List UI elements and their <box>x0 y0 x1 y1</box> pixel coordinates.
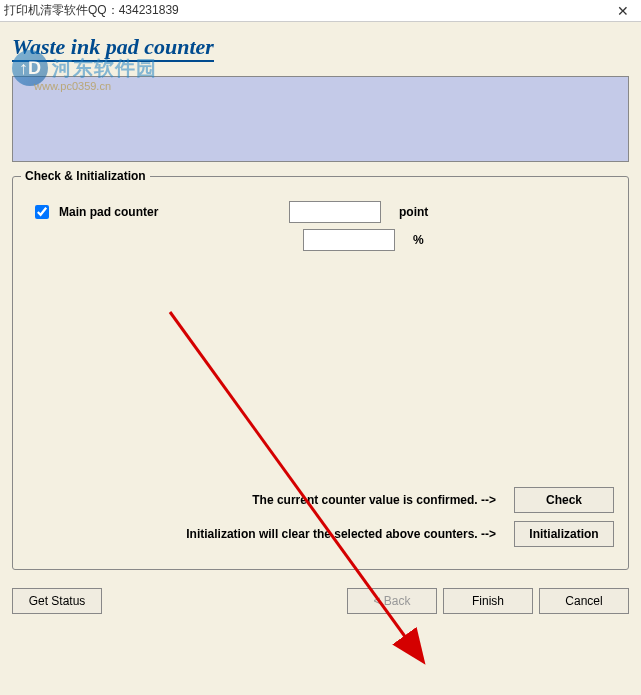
point-input[interactable] <box>289 201 381 223</box>
back-button[interactable]: < Back <box>347 588 437 614</box>
button-bar: Get Status < Back Finish Cancel <box>12 588 629 614</box>
initialization-button[interactable]: Initialization <box>514 521 614 547</box>
main-pad-row: Main pad counter point <box>27 201 614 223</box>
finish-button[interactable]: Finish <box>443 588 533 614</box>
bottom-info: The current counter value is confirmed. … <box>27 487 614 555</box>
group-legend: Check & Initialization <box>21 169 150 183</box>
content-area: ↑D 河东软件园 www.pc0359.cn Waste ink pad cou… <box>0 22 641 695</box>
log-textarea[interactable] <box>12 76 629 162</box>
cancel-button[interactable]: Cancel <box>539 588 629 614</box>
point-unit: point <box>399 205 428 219</box>
check-button[interactable]: Check <box>514 487 614 513</box>
init-info-text: Initialization will clear the selected a… <box>186 527 496 541</box>
percent-unit: % <box>413 233 424 247</box>
get-status-button[interactable]: Get Status <box>12 588 102 614</box>
main-pad-checkbox[interactable] <box>35 205 49 219</box>
close-icon[interactable]: ✕ <box>609 3 637 19</box>
check-init-group: Check & Initialization Main pad counter … <box>12 176 629 570</box>
init-row: Initialization will clear the selected a… <box>27 521 614 547</box>
percent-row: % <box>303 229 614 251</box>
window-title: 打印机清零软件QQ：434231839 <box>4 2 609 19</box>
check-row: The current counter value is confirmed. … <box>27 487 614 513</box>
main-pad-label: Main pad counter <box>59 205 289 219</box>
check-info-text: The current counter value is confirmed. … <box>252 493 496 507</box>
title-bar: 打印机清零软件QQ：434231839 ✕ <box>0 0 641 22</box>
page-title: Waste ink pad counter <box>12 34 214 62</box>
percent-input[interactable] <box>303 229 395 251</box>
